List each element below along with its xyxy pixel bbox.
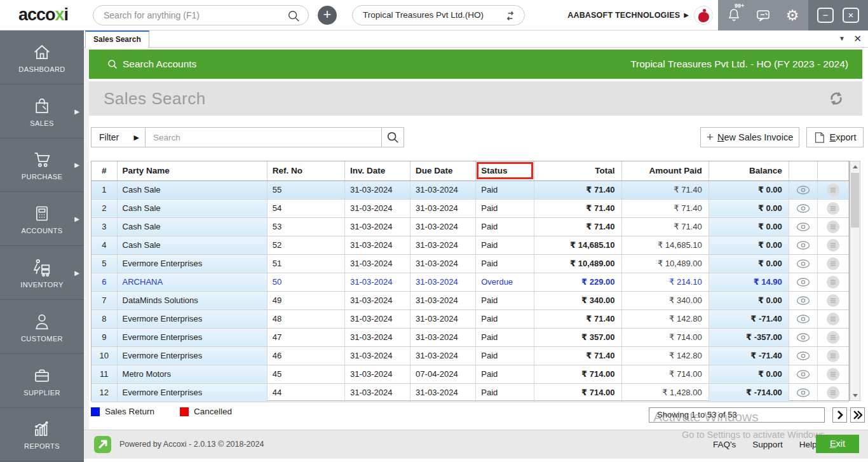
table-search-button[interactable]	[381, 127, 404, 147]
footer-link-support[interactable]: Support	[752, 440, 782, 449]
search-icon	[107, 58, 118, 70]
chevron-right-icon: ▶	[684, 11, 689, 18]
row-menu-icon[interactable]	[826, 238, 840, 252]
close-button[interactable]: ×	[843, 8, 859, 23]
col-header-duedate[interactable]: Due Date	[410, 161, 476, 180]
view-invoice-eye-icon[interactable]	[795, 258, 811, 269]
view-invoice-eye-icon[interactable]	[795, 313, 811, 325]
table-search-input[interactable]	[153, 128, 369, 147]
new-sales-invoice-button[interactable]: + New Sales Invoice	[700, 127, 799, 147]
table-row[interactable]: 10Evermore Enterprises4631-03-202431-03-…	[92, 346, 849, 365]
table-row[interactable]: 8Evermore Enterprises4831-03-202431-03-2…	[92, 309, 849, 328]
settings-gear-icon[interactable]: ⚙	[784, 7, 801, 24]
col-header-party[interactable]: Party Name	[117, 161, 267, 180]
sidebar-item-inventory[interactable]: INVENTORY▶	[0, 246, 84, 300]
export-button[interactable]: Export	[806, 127, 864, 147]
footer-link-faqs[interactable]: FAQ's	[713, 440, 736, 449]
row-menu-icon[interactable]	[826, 312, 840, 326]
sidebar-item-customer[interactable]: CUSTOMER	[0, 300, 84, 354]
calculator-icon	[33, 203, 51, 224]
plus-icon: +	[707, 130, 714, 144]
view-invoice-eye-icon[interactable]	[795, 240, 811, 251]
row-menu-icon[interactable]	[826, 183, 840, 197]
topbar: accoxi + Tropical Treasures Pvt Ltd.(HO)…	[0, 0, 868, 31]
col-header-num[interactable]: #	[92, 161, 117, 180]
table-row[interactable]: 1Cash Sale5531-03-202431-03-2024Paid₹ 71…	[92, 180, 849, 199]
chevron-right-icon: ▶	[74, 107, 79, 114]
row-menu-icon[interactable]	[826, 275, 840, 289]
switch-company-icon[interactable]	[504, 10, 517, 22]
table-row[interactable]: 5Evermore Enterprises5131-03-202431-03-2…	[92, 254, 849, 273]
refresh-icon[interactable]	[827, 89, 846, 108]
sidebar-item-accounts[interactable]: ACCOUNTS▶	[0, 192, 84, 246]
col-header-invdate[interactable]: Inv. Date	[344, 161, 410, 180]
view-invoice-eye-icon[interactable]	[795, 295, 811, 306]
search-accounts-label: Search Accounts	[107, 58, 196, 70]
global-search-input[interactable]	[104, 10, 285, 20]
scrollbar-thumb[interactable]	[851, 173, 859, 228]
page-title: Sales Search	[104, 89, 206, 109]
sidebar-item-reports[interactable]: REPORTS	[0, 408, 84, 462]
quick-add-button[interactable]: +	[318, 6, 337, 25]
tab-sales-search[interactable]: Sales Search	[85, 31, 149, 48]
company-selector[interactable]: Tropical Treasures Pvt Ltd.(HO)	[352, 5, 525, 25]
table-row[interactable]: 6ARCHANA5031-03-202431-03-2024Overdue₹ 2…	[92, 273, 849, 291]
row-menu-icon[interactable]	[826, 367, 840, 381]
col-header-ref[interactable]: Ref. No	[267, 161, 344, 180]
row-menu-icon[interactable]	[826, 220, 840, 234]
tab-close-icon[interactable]: ✕	[853, 33, 862, 44]
table-search[interactable]	[145, 127, 382, 147]
view-invoice-eye-icon[interactable]	[795, 350, 811, 362]
chart-icon	[32, 418, 52, 440]
exit-button[interactable]: Exit	[816, 435, 859, 453]
view-invoice-eye-icon[interactable]	[795, 276, 811, 288]
notifications-bell-icon[interactable]: 99+	[726, 7, 742, 24]
table-row[interactable]: 2Cash Sale5431-03-202431-03-2024Paid₹ 71…	[92, 199, 849, 217]
vertical-scrollbar[interactable]	[850, 161, 860, 401]
row-menu-icon[interactable]	[826, 294, 840, 308]
footer-link-help[interactable]: Help	[799, 440, 817, 449]
table-row[interactable]: 11Metro Motors4531-03-202407-04-2024Paid…	[92, 365, 849, 383]
sidebar-item-sales[interactable]: SALES▶	[0, 85, 84, 139]
table-row[interactable]: 9Evermore Enterprises4731-03-202431-03-2…	[92, 328, 849, 346]
row-menu-icon[interactable]	[826, 201, 840, 215]
scroll-down-icon[interactable]	[850, 390, 860, 400]
table-row[interactable]: 7DataMinds Solutions4931-03-202431-03-20…	[92, 291, 849, 309]
filter-row: Filter▶ + New Sales Invoice Export	[91, 127, 862, 147]
minimize-button[interactable]: −	[817, 8, 834, 23]
view-invoice-eye-icon[interactable]	[795, 184, 811, 196]
messages-icon[interactable]	[755, 7, 771, 24]
view-invoice-eye-icon[interactable]	[795, 221, 811, 233]
col-header-actions	[817, 161, 848, 180]
col-header-paid[interactable]: Amount Paid	[621, 161, 709, 180]
sidebar-item-dashboard[interactable]: DASHBOARD	[0, 31, 84, 85]
view-invoice-eye-icon[interactable]	[795, 203, 811, 214]
footer-bar: Powered by Accoxi - 2.0.13 © 2018-2024 F…	[84, 430, 868, 459]
tab-list-dropdown-icon[interactable]: ▼	[839, 35, 845, 42]
table-row[interactable]: 12Evermore Enterprises4431-03-202431-03-…	[92, 383, 849, 402]
view-invoice-eye-icon[interactable]	[795, 369, 811, 380]
table-row[interactable]: 3Cash Sale5331-03-202431-03-2024Paid₹ 71…	[92, 217, 849, 236]
next-page-button[interactable]	[832, 407, 847, 423]
row-menu-icon[interactable]	[826, 257, 840, 271]
table-header-row: # Party Name Ref. No Inv. Date Due Date …	[92, 161, 849, 180]
view-invoice-eye-icon[interactable]	[795, 332, 811, 343]
user-account[interactable]: AABASOFT TECHNOLOGIES ▶	[567, 6, 713, 25]
content-gutter	[84, 48, 89, 430]
view-invoice-eye-icon[interactable]	[795, 387, 811, 398]
sidebar-item-purchase[interactable]: PURCHASE▶	[0, 139, 84, 193]
trolley-icon	[31, 257, 53, 278]
global-search[interactable]	[93, 5, 309, 25]
last-page-button[interactable]	[850, 407, 865, 423]
sidebar-item-supplier[interactable]: SUPPLIER	[0, 354, 84, 408]
col-header-status[interactable]: Status	[476, 161, 534, 180]
avatar[interactable]	[694, 6, 713, 25]
row-menu-icon[interactable]	[826, 330, 840, 344]
filter-dropdown[interactable]: Filter▶	[91, 127, 146, 147]
col-header-total[interactable]: Total	[534, 161, 621, 180]
row-menu-icon[interactable]	[826, 386, 840, 400]
row-menu-icon[interactable]	[826, 349, 840, 363]
scroll-up-icon[interactable]	[850, 161, 860, 172]
col-header-balance[interactable]: Balance	[709, 161, 789, 180]
table-row[interactable]: 4Cash Sale5231-03-202431-03-2024Paid₹ 14…	[92, 236, 849, 254]
